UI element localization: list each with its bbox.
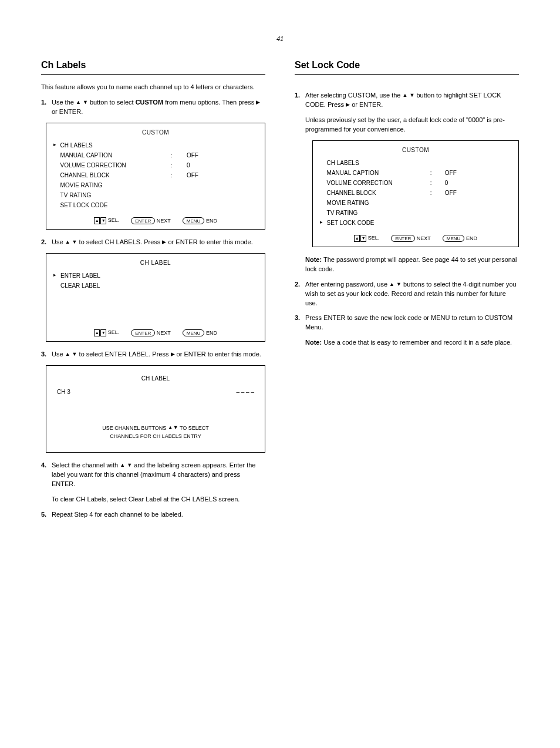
step-body: Use the ▲ ▼ button to select CUSTOM from… (52, 98, 265, 117)
menu-row: CHANNEL BLOCK:OFF (320, 188, 511, 198)
colon: : (430, 178, 445, 188)
sel-label: SEL. (108, 329, 120, 335)
step-2: 2. Use ▲ ▼ to select CH LABELS. Press ▶ … (41, 238, 265, 247)
menu-row: ▸ENTER LABEL (53, 271, 258, 281)
up-icon: ▲ (389, 281, 394, 287)
intro-text: This feature allows you to name each cha… (41, 83, 265, 92)
edit-ch: CH 3 (57, 389, 70, 395)
step-number: 3. (295, 314, 305, 332)
text: Use the (52, 99, 74, 106)
right-icon: ▶ (346, 102, 350, 107)
updown-icon: ▲▼ (94, 217, 106, 224)
ch-label-menu: CH LABEL ▸ENTER LABEL CLEAR LABEL ▲▼ SEL… (46, 253, 265, 342)
right-column: Set Lock Code 1. After selecting CUSTOM,… (295, 60, 519, 525)
sel-group: ▲▼ SEL. (94, 217, 119, 224)
menu-label: MANUAL CAPTION (327, 168, 430, 178)
menu-label: VOLUME CORRECTION (327, 178, 430, 188)
step-number: 1. (41, 98, 52, 117)
colon (171, 140, 187, 150)
step-number: 2. (295, 280, 305, 308)
text: CHANNELS FOR CH LABELS ENTRY (110, 433, 201, 439)
step-number: 4. (41, 461, 52, 489)
menu-row: CLEAR LABEL (53, 281, 258, 291)
text: to select CH LABELS. Press (79, 238, 161, 245)
ch-label-edit-box: CH LABEL CH 3 – – – – USE CHANNEL BUTTON… (46, 365, 265, 453)
step-number: 3. (41, 350, 52, 359)
menu-value: OFF (445, 188, 511, 198)
menu-row: MOVIE RATING (53, 180, 258, 190)
menu-bottom: ▲▼ SEL. ENTER NEXT MENU END (53, 329, 258, 336)
up-icon: ▲ (120, 462, 125, 468)
menu-row: TV RATING (53, 190, 258, 200)
menu-row: SET LOCK CODE (53, 200, 258, 210)
down-icon: ▼ (173, 424, 178, 430)
text: or (168, 238, 174, 245)
menu-label: VOLUME CORRECTION (60, 160, 171, 170)
enter-pill-icon: ENTER (131, 217, 155, 224)
down-icon: ▼ (72, 351, 77, 357)
menu-pill-icon: MENU (183, 217, 205, 224)
text: After selecting CUSTOM, use the (305, 92, 400, 99)
step-number: 1. (295, 91, 305, 110)
menu-bottom: ▲▼ SEL. ENTER NEXT MENU END (53, 217, 258, 224)
end-label: END (466, 235, 477, 241)
text: button to select (90, 99, 134, 106)
up-icon: ▲ (65, 351, 70, 357)
menu-label: MOVIE RATING (60, 180, 171, 190)
menu-label: MOVIE RATING (327, 198, 430, 208)
down-icon: ▼ (396, 281, 402, 287)
set-lock-code-heading: Set Lock Code (295, 60, 519, 75)
sel-group: ▲▼ SEL. (354, 235, 379, 242)
two-column-layout: Ch Labels This feature allows you to nam… (41, 60, 519, 525)
updown-icon: ▲▼ (94, 329, 106, 336)
menu-label: ENTER LABEL (60, 271, 175, 281)
menu-label: CHANNEL BLOCK (327, 188, 430, 198)
note-2: Note: Use a code that is easy to remembe… (305, 338, 519, 348)
custom-menu-lock: CUSTOM CH LABELS MANUAL CAPTION:OFF VOLU… (312, 140, 519, 247)
up-icon: ▲ (76, 99, 81, 105)
ch-labels-heading: Ch Labels (41, 60, 265, 75)
step-body: After selecting CUSTOM, use the ▲ ▼ butt… (305, 91, 519, 110)
step-number: 5. (41, 510, 52, 520)
end-label: END (206, 330, 217, 336)
custom-menu-1: CUSTOM ▸CH LABELS MANUAL CAPTION:OFF VOL… (46, 123, 265, 230)
menu-label: SET LOCK CODE (327, 218, 430, 228)
next-group: ENTER NEXT (131, 329, 171, 336)
sel-label: SEL. (368, 235, 380, 241)
menu-pill-icon: MENU (443, 235, 465, 242)
menu-title: CUSTOM (320, 147, 511, 153)
custom-label: CUSTOM (136, 99, 163, 106)
sel-label: SEL. (108, 217, 120, 223)
step-body: Select the channel with ▲ ▼ and the labe… (52, 461, 265, 489)
enter-pill-icon: ENTER (131, 329, 155, 336)
lock-step-3: 3. Press ENTER to save the new lock code… (295, 314, 519, 332)
default-code-text: Unless previously set by the user, a def… (305, 116, 519, 134)
down-icon: ▼ (72, 239, 77, 245)
edit-title: CH LABEL (53, 375, 258, 382)
menu-row: MOVIE RATING (320, 198, 511, 208)
step-body: Use ▲ ▼ to select CH LABELS. Press ▶ or … (52, 238, 265, 247)
text: Select the channel with (52, 461, 118, 469)
up-icon: ▲ (65, 239, 70, 245)
step-4: 4. Select the channel with ▲ ▼ and the l… (41, 461, 265, 489)
menu-row: VOLUME CORRECTION: 0 (53, 160, 258, 170)
cursor-icon: ▸ (320, 218, 327, 228)
colon: : (430, 188, 445, 198)
end-group: MENU END (443, 235, 477, 242)
lock-step-1: 1. After selecting CUSTOM, use the ▲ ▼ b… (295, 91, 519, 110)
lock-step-2: 2. After entering password, use ▲ ▼ butt… (295, 280, 519, 308)
edit-label-value: – – – – (236, 389, 254, 395)
menu-row: ▸CH LABELS (53, 140, 258, 150)
next-label: NEXT (157, 330, 171, 336)
next-label: NEXT (417, 235, 431, 241)
menu-value (187, 140, 258, 150)
up-icon: ▲ (168, 424, 173, 430)
up-icon: ▲ (402, 92, 407, 98)
menu-label: TV RATING (60, 190, 171, 200)
text: to enter this mode. (208, 351, 261, 358)
page-number: 41 (41, 35, 519, 42)
menu-label: SET LOCK CODE (60, 200, 171, 210)
menu-label: MANUAL CAPTION (60, 150, 171, 160)
menu-row: CHANNEL BLOCK:OFF (53, 170, 258, 180)
menu-label: CHANNEL BLOCK (60, 170, 171, 180)
